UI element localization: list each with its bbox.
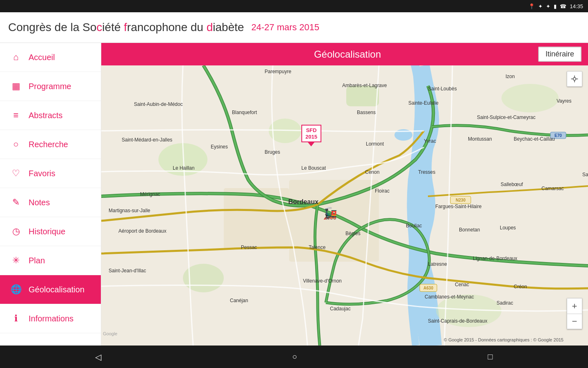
sidebar-item-geolocalisation[interactable]: 🌐 Géolocalisation — [0, 275, 101, 304]
map-background: N230 A630 E70 — [101, 65, 588, 346]
clock-icon: ◷ — [7, 226, 24, 237]
recents-button[interactable]: □ — [475, 349, 505, 365]
content-area: Géolocalisation Itinéraire — [101, 43, 588, 346]
sidebar-item-recherche[interactable]: ○ Recherche — [0, 130, 101, 159]
svg-text:N230: N230 — [456, 198, 466, 202]
venue-marker[interactable]: 🚂 — [323, 206, 337, 220]
sidebar-item-abstracts[interactable]: ≡ Abstracts — [0, 101, 101, 130]
map-copyright: © Google 2015 - Données cartographiques … — [444, 337, 564, 342]
location-crosshair-icon — [570, 75, 579, 83]
zoom-out-button[interactable]: − — [567, 314, 582, 329]
sfd-marker-text: SFD2015 — [305, 127, 317, 140]
sidebar-item-informations[interactable]: ℹ Informations — [0, 304, 101, 333]
search-icon: ○ — [7, 139, 24, 150]
sfd-marker[interactable]: SFD2015 — [301, 125, 321, 142]
sidebar-label-informations: Informations — [29, 314, 74, 323]
sidebar-label-programme: Programme — [29, 82, 71, 91]
sidebar: ⌂ Accueil ▦ Programme ≡ Abstracts ○ Rech… — [0, 43, 101, 346]
svg-text:E70: E70 — [555, 133, 562, 138]
programme-icon: ▦ — [7, 81, 24, 92]
sidebar-label-geolocalisation: Géolocalisation — [29, 285, 85, 294]
content-title: Géolocalisation — [157, 49, 538, 60]
dropbox2-icon: ✦ — [546, 3, 550, 9]
content-header: Géolocalisation Itinéraire — [101, 43, 588, 65]
pencil-icon: ✎ — [7, 197, 24, 208]
svg-rect-4 — [346, 86, 379, 106]
abstracts-icon: ≡ — [7, 110, 24, 121]
time-display: 14:35 — [570, 3, 583, 9]
sidebar-item-programme[interactable]: ▦ Programme — [0, 72, 101, 101]
heart-icon: ♡ — [7, 168, 24, 179]
sidebar-item-historique[interactable]: ◷ Historique — [0, 217, 101, 246]
map-area[interactable]: N230 A630 E70 Parempuyre Ambarès-et-Lagr… — [101, 65, 588, 346]
app-title: Congrès de la Société francophone du dia… — [8, 21, 244, 34]
sidebar-item-notes[interactable]: ✎ Notes — [0, 188, 101, 217]
info-icon: ℹ — [7, 313, 24, 324]
home-icon: ⌂ — [7, 52, 24, 63]
zoom-in-button[interactable]: + — [567, 298, 582, 314]
sidebar-label-historique: Historique — [29, 227, 65, 236]
app-subtitle: 24-27 mars 2015 — [252, 22, 319, 33]
sidebar-label-recherche: Recherche — [29, 140, 68, 149]
sidebar-label-notes: Notes — [29, 198, 50, 207]
svg-point-16 — [573, 78, 576, 81]
svg-point-5 — [501, 84, 559, 112]
back-button[interactable]: ◁ — [83, 349, 114, 365]
main-layout: ⌂ Accueil ▦ Programme ≡ Abstracts ○ Rech… — [0, 43, 588, 346]
dropbox-icon: ✦ — [538, 3, 543, 9]
phone-icon: ☎ — [560, 3, 566, 9]
sidebar-label-favoris: Favoris — [29, 169, 56, 178]
sidebar-label-accueil: Accueil — [29, 53, 55, 62]
sidebar-label-plan: Plan — [29, 256, 45, 265]
svg-text:A630: A630 — [423, 286, 433, 290]
status-bar: 📍 ✦ ✦ ▮ ☎ 14:35 — [0, 0, 588, 12]
itineraire-button[interactable]: Itinéraire — [538, 47, 581, 62]
zoom-controls: + − — [567, 298, 582, 329]
my-location-button[interactable] — [567, 71, 582, 87]
location-status-icon: 📍 — [528, 3, 535, 9]
home-button[interactable]: ○ — [280, 349, 309, 365]
sidebar-item-accueil[interactable]: ⌂ Accueil — [0, 43, 101, 72]
battery-icon: ▮ — [554, 3, 557, 9]
plan-icon: ✳ — [7, 255, 24, 266]
bottom-nav: ◁ ○ □ — [0, 346, 588, 368]
sidebar-label-abstracts: Abstracts — [29, 111, 62, 120]
app-header: Congrès de la Société francophone du dia… — [0, 12, 588, 43]
sidebar-item-favoris[interactable]: ♡ Favoris — [0, 159, 101, 188]
globe-icon: 🌐 — [7, 284, 24, 295]
sidebar-item-plan[interactable]: ✳ Plan — [0, 246, 101, 275]
